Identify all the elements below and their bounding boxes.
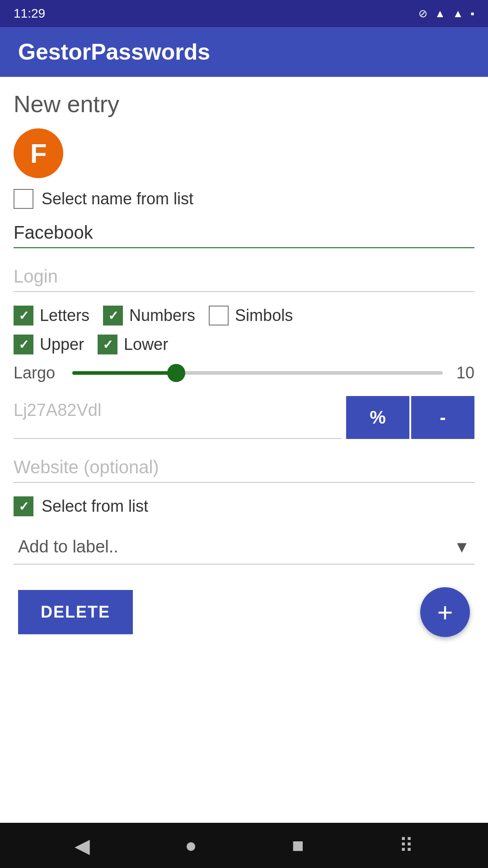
select-name-label: Select name from list: [42, 189, 193, 208]
password-input-container: [14, 396, 342, 439]
lower-option: Lower: [98, 335, 168, 354]
options-row-2: Upper Lower: [14, 335, 474, 354]
letters-checkbox[interactable]: [14, 306, 33, 326]
simbols-option: Simbols: [209, 306, 293, 326]
slider-section: Largo 10: [14, 363, 474, 382]
simbols-checkbox[interactable]: [209, 306, 229, 326]
delete-button[interactable]: DELETE: [18, 590, 133, 634]
signal-icon: ▲: [453, 7, 464, 20]
avatar: F: [14, 128, 63, 178]
upper-option: Upper: [14, 335, 84, 354]
slider-track[interactable]: [72, 371, 443, 375]
select-from-list-row: Select from list: [14, 496, 474, 516]
website-input-container: [14, 453, 474, 483]
select-name-row: Select name from list: [14, 189, 474, 209]
home-nav-icon[interactable]: ●: [185, 834, 197, 857]
status-icons: ⊘ ▲ ▲ ▪: [418, 7, 474, 20]
slider-label: Largo: [14, 363, 63, 382]
letters-option: Letters: [14, 306, 89, 326]
numbers-label: Numbers: [129, 306, 195, 325]
chevron-down-icon: ▼: [454, 538, 470, 557]
slider-fill: [72, 371, 176, 375]
back-nav-icon[interactable]: ◀: [75, 834, 90, 857]
name-input[interactable]: [14, 218, 474, 247]
simbols-label: Simbols: [235, 306, 293, 325]
dropdown-label: Add to label..: [18, 537, 118, 557]
grid-nav-icon[interactable]: ⠿: [399, 834, 413, 857]
dnd-icon: ⊘: [418, 7, 427, 20]
lower-label: Lower: [124, 335, 168, 354]
slider-value: 10: [452, 363, 474, 382]
name-input-container: [14, 218, 474, 248]
select-name-checkbox[interactable]: [14, 189, 33, 209]
select-from-list-checkbox[interactable]: [14, 496, 33, 516]
slider-row: Largo 10: [14, 363, 474, 382]
numbers-checkbox[interactable]: [103, 306, 123, 326]
percent-button[interactable]: %: [346, 396, 409, 439]
lower-checkbox[interactable]: [98, 335, 117, 354]
options-row-1: Letters Numbers Simbols: [14, 306, 474, 326]
website-input[interactable]: [14, 453, 474, 482]
slider-thumb[interactable]: [167, 364, 185, 382]
status-time: 11:29: [14, 6, 45, 21]
battery-icon: ▪: [470, 7, 474, 20]
wifi-icon: ▲: [435, 7, 446, 20]
recents-nav-icon[interactable]: ■: [292, 834, 304, 857]
buttons-row: DELETE +: [14, 587, 474, 637]
login-input[interactable]: [14, 262, 474, 291]
minus-button[interactable]: -: [411, 396, 474, 439]
numbers-option: Numbers: [103, 306, 195, 326]
password-input[interactable]: [14, 396, 342, 425]
password-row: % -: [14, 396, 474, 439]
page-title: New entry: [14, 90, 474, 118]
upper-checkbox[interactable]: [14, 335, 33, 354]
main-content: New entry F Select name from list Letter…: [0, 77, 488, 823]
fab-add-button[interactable]: +: [420, 587, 470, 637]
app-title: GestorPasswords: [18, 39, 210, 65]
status-bar: 11:29 ⊘ ▲ ▲ ▪: [0, 0, 488, 27]
bottom-nav: ◀ ● ■ ⠿: [0, 823, 488, 868]
upper-label: Upper: [40, 335, 84, 354]
select-from-list-label: Select from list: [42, 497, 148, 516]
letters-label: Letters: [40, 306, 89, 325]
login-input-container: [14, 262, 474, 292]
app-bar: GestorPasswords: [0, 27, 488, 77]
add-to-label-dropdown[interactable]: Add to label.. ▼: [14, 530, 474, 565]
